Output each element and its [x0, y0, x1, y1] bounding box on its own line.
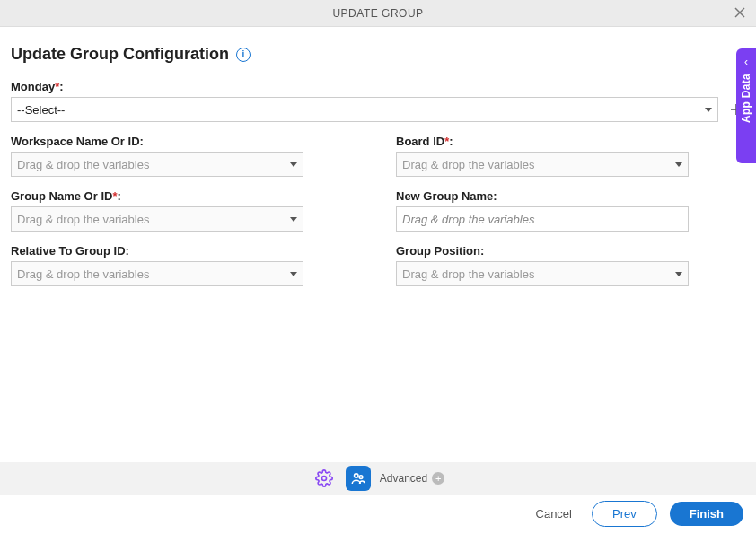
chevron-down-icon	[705, 108, 712, 112]
groupname-field: Group Name Or ID*: Drag & drop the varia…	[11, 189, 360, 232]
svg-point-4	[321, 477, 326, 481]
form-grid: Workspace Name Or ID: Drag & drop the va…	[11, 135, 745, 286]
groupname-input[interactable]: Drag & drop the variables	[11, 206, 303, 232]
group-tool-button[interactable]	[346, 466, 371, 491]
close-icon	[734, 6, 746, 19]
chevron-down-icon	[290, 162, 297, 167]
chevron-down-icon	[290, 272, 297, 276]
boardid-field: Board ID*: Drag & drop the variables	[396, 135, 745, 177]
chevron-down-icon	[675, 272, 682, 276]
relativeto-placeholder: Drag & drop the variables	[17, 267, 149, 281]
page-title: Update Group Configuration	[11, 45, 229, 64]
app-data-label: App Data	[740, 74, 752, 123]
advanced-toggle[interactable]: Advanced +	[380, 472, 444, 485]
groupname-label: Group Name Or ID*:	[11, 189, 360, 203]
advanced-label: Advanced	[380, 472, 427, 485]
newgroupname-label: New Group Name:	[396, 189, 745, 203]
chevron-left-icon: ‹	[744, 56, 748, 68]
relativeto-label: Relative To Group ID:	[11, 244, 360, 258]
position-field: Group Position: Drag & drop the variable…	[396, 244, 745, 286]
svg-point-6	[359, 476, 363, 479]
header-bar: UPDATE GROUP	[0, 0, 756, 27]
footer-buttons: Cancel Prev Finish	[529, 501, 743, 527]
settings-button[interactable]	[312, 466, 337, 491]
chevron-down-icon	[290, 217, 297, 222]
workspace-label: Workspace Name Or ID:	[11, 135, 360, 148]
monday-select-value: --Select--	[17, 103, 65, 117]
app-data-panel-toggle[interactable]: ‹ App Data	[736, 48, 756, 163]
svg-point-5	[354, 474, 358, 478]
toolbar: Advanced +	[0, 462, 756, 495]
plus-circle-icon: +	[432, 472, 444, 485]
position-label: Group Position:	[396, 244, 745, 258]
monday-field: Monday*: --Select--	[11, 80, 718, 122]
groupname-placeholder: Drag & drop the variables	[17, 213, 149, 226]
workspace-input[interactable]: Drag & drop the variables	[11, 152, 303, 177]
position-placeholder: Drag & drop the variables	[402, 267, 534, 281]
info-icon[interactable]: i	[236, 48, 251, 62]
monday-select[interactable]: --Select--	[11, 97, 718, 122]
boardid-label: Board ID*:	[396, 135, 745, 148]
page-title-row: Update Group Configuration i	[11, 45, 745, 64]
relativeto-field: Relative To Group ID: Drag & drop the va…	[11, 244, 360, 286]
required-marker: *	[55, 80, 59, 93]
chevron-down-icon	[675, 162, 682, 167]
content-area: Update Group Configuration i Monday*: --…	[0, 27, 756, 286]
monday-row: Monday*: --Select--	[11, 80, 745, 122]
required-marker: *	[444, 135, 449, 148]
finish-button[interactable]: Finish	[670, 502, 743, 526]
header-title: UPDATE GROUP	[332, 7, 423, 20]
newgroupname-field: New Group Name:	[396, 189, 745, 232]
required-marker: *	[112, 189, 117, 203]
close-button[interactable]	[731, 4, 749, 22]
prev-button[interactable]: Prev	[592, 501, 657, 527]
groupname-label-text: Group Name Or ID	[11, 189, 112, 203]
monday-label-text: Monday	[11, 80, 55, 93]
boardid-input[interactable]: Drag & drop the variables	[396, 152, 689, 177]
boardid-label-text: Board ID	[396, 135, 444, 148]
users-icon	[350, 470, 366, 486]
relativeto-input[interactable]: Drag & drop the variables	[11, 261, 303, 286]
monday-label: Monday*:	[11, 80, 718, 93]
boardid-placeholder: Drag & drop the variables	[402, 158, 534, 171]
newgroupname-input[interactable]	[396, 206, 689, 232]
workspace-field: Workspace Name Or ID: Drag & drop the va…	[11, 135, 360, 177]
cancel-button[interactable]: Cancel	[529, 502, 579, 526]
workspace-placeholder: Drag & drop the variables	[17, 158, 149, 171]
gear-icon	[315, 469, 333, 487]
position-input[interactable]: Drag & drop the variables	[396, 261, 689, 286]
